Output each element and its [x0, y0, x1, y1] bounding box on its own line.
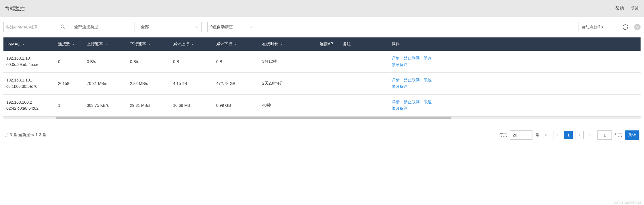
connection-type-label: 全部连接类型 [74, 24, 98, 30]
refresh-icon [622, 24, 628, 30]
chevron-down-icon [250, 25, 253, 29]
chevrons-left-icon [544, 133, 548, 137]
chevron-down-icon [526, 133, 530, 137]
cell-up: 70.31 MB/s [84, 73, 127, 94]
svg-point-0 [61, 25, 64, 28]
cell-online: 2天23时4分 [259, 73, 317, 94]
jump-button[interactable]: 跳转 [625, 130, 639, 140]
per-page-unit: 条 [535, 132, 539, 138]
chevron-left-icon [555, 133, 559, 137]
col-ap[interactable]: 连接AP [320, 41, 333, 46]
horizontal-scrollbar[interactable] [3, 117, 641, 119]
filter-all-label: 全部 [141, 24, 149, 30]
cell-note [340, 51, 389, 73]
footer: 共 3 条 当前显示 1-3 条 每页 20 条 1 /1页 跳转 [0, 119, 644, 144]
action-edit-note[interactable]: 修改备注 [392, 84, 408, 89]
help-icon[interactable]: ? [634, 24, 641, 30]
cell-down: 0 B/s [127, 51, 170, 73]
total-pages-label: /1页 [615, 132, 622, 138]
chevron-down-icon [72, 43, 75, 46]
action-detail[interactable]: 详情 [392, 100, 400, 105]
cell-ipmac: 192.168.100.202:42:c0:a8:64:02 [3, 94, 55, 116]
col-online[interactable]: 在线时长 [262, 41, 283, 47]
auto-refresh-select[interactable]: 自动刷新/1s [578, 22, 617, 32]
auto-refresh-label: 自动刷新/1s [581, 24, 603, 30]
connection-type-select[interactable]: 全部连接类型 [71, 22, 135, 32]
per-page-select[interactable]: 20 [510, 130, 532, 140]
action-block[interactable]: 禁止联网 [404, 56, 420, 61]
refresh-button[interactable] [622, 23, 629, 31]
toolbar: 全部连接类型 全部 0点自动清空 自动刷新/1s ? [0, 17, 644, 35]
cell-online: 40秒 [259, 94, 317, 116]
page-input[interactable] [597, 130, 612, 140]
auto-clear-select[interactable]: 0点自动清空 [207, 22, 256, 32]
chevron-right-icon [578, 133, 581, 137]
next-page-button[interactable] [576, 131, 584, 139]
cell-ap [317, 73, 340, 94]
col-tup[interactable]: 累计上行 [173, 41, 194, 47]
action-block[interactable]: 禁止联网 [404, 100, 420, 105]
table-row: 192.168.1.1000:0c:29:e5:45:ce00 B/s0 B/s… [3, 51, 641, 73]
search-input[interactable] [6, 25, 60, 29]
cell-note [340, 73, 389, 94]
cell-conn: 0 [55, 51, 84, 73]
scrollbar-thumb[interactable] [56, 117, 451, 119]
col-conn[interactable]: 连接数 [58, 41, 75, 47]
current-page-number[interactable]: 1 [564, 131, 573, 139]
chevrons-right-icon [589, 133, 593, 137]
action-edit-note[interactable]: 修改备注 [392, 106, 408, 111]
action-block[interactable]: 禁止联网 [404, 78, 420, 83]
table-row: 192.168.100.202:42:c0:a8:64:021303.75 KB… [3, 94, 641, 116]
chevron-down-icon [128, 25, 132, 29]
cell-tdown: 472.78 GB [213, 73, 259, 94]
filter-all-select[interactable]: 全部 [138, 22, 202, 32]
per-page-value: 20 [513, 133, 517, 137]
cell-note [340, 94, 389, 116]
action-limit[interactable]: 限速 [424, 78, 432, 83]
action-limit[interactable]: 限速 [424, 100, 432, 105]
last-page-button[interactable] [586, 131, 595, 139]
cell-tup: 4.15 TB [170, 73, 213, 94]
action-edit-note[interactable]: 修改备注 [392, 62, 408, 67]
svg-line-1 [64, 27, 65, 29]
col-ipmac[interactable]: IP/MAC [6, 42, 25, 46]
cell-up: 303.75 KB/s [84, 94, 127, 116]
table-row: 192.168.1.101c8:1f:66:d0:5e:702015870.31… [3, 73, 641, 94]
chevron-down-icon [148, 43, 151, 46]
cell-ipmac: 192.168.1.101c8:1f:66:d0:5e:70 [3, 73, 55, 94]
summary-text: 共 3 条 当前显示 1-3 条 [5, 132, 46, 138]
terminal-table: IP/MAC 连接数 上行速率 下行速率 累计上行 累计下行 在线时长 连接AP… [3, 37, 641, 117]
search-wrap [3, 22, 68, 32]
action-limit[interactable]: 限速 [424, 56, 432, 61]
chevron-down-icon [22, 43, 25, 46]
col-tdown[interactable]: 累计下行 [216, 41, 237, 47]
col-down[interactable]: 下行速率 [130, 41, 151, 47]
cell-tup: 10.69 MB [170, 94, 213, 116]
col-note[interactable]: 备注 [343, 41, 356, 47]
chevron-down-icon [352, 43, 356, 46]
header-bar: 终端监控 帮助 反馈 [0, 0, 644, 17]
per-page-label: 每页 [499, 132, 507, 138]
action-detail[interactable]: 详情 [392, 56, 400, 61]
chevron-down-icon [105, 43, 108, 46]
first-page-button[interactable] [542, 131, 550, 139]
cell-ap [317, 51, 340, 73]
search-icon[interactable] [60, 24, 66, 30]
cell-ap [317, 94, 340, 116]
cell-down: 29.31 MB/s [127, 94, 170, 116]
cell-ipmac: 192.168.1.1000:0c:29:e5:45:ce [3, 51, 55, 73]
col-up[interactable]: 上行速率 [87, 41, 108, 47]
prev-page-button[interactable] [553, 131, 561, 139]
cell-tup: 0 B [170, 51, 213, 73]
chevron-down-icon [195, 25, 198, 29]
cell-tdown: 0.99 GB [213, 94, 259, 116]
help-link[interactable]: 帮助 [615, 6, 624, 11]
chevron-down-icon [191, 43, 194, 46]
action-detail[interactable]: 详情 [392, 78, 400, 83]
chevron-down-icon [610, 25, 614, 29]
feedback-link[interactable]: 反馈 [630, 6, 639, 11]
chevron-down-icon [280, 43, 283, 46]
cell-down: 2.84 MB/s [127, 73, 170, 94]
cell-up: 0 B/s [84, 51, 127, 73]
cell-tdown: 0 B [213, 51, 259, 73]
